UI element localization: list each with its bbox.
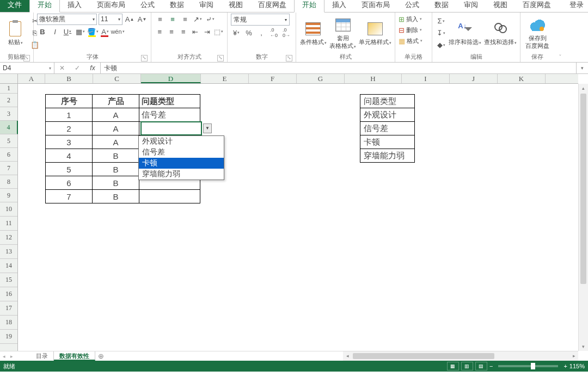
font-color-button[interactable]: A [100, 26, 111, 37]
sort-filter-button[interactable]: 排序和筛选 [449, 19, 482, 47]
fill-button[interactable]: ↧ [436, 28, 446, 39]
clear-button[interactable]: ◆ [436, 40, 446, 51]
tab-7[interactable]: 百度网盘 [515, 0, 559, 12]
indent-inc-icon[interactable]: ⇥ [202, 26, 212, 37]
align-top-icon[interactable]: ≡ [155, 14, 166, 24]
data-validation-dropdown-button[interactable]: ▼ [203, 123, 212, 133]
bold-button[interactable]: B [37, 26, 48, 37]
table-cell[interactable]: 5 [46, 163, 93, 176]
tab-3[interactable]: 公式 [397, 0, 427, 12]
tab-视图[interactable]: 视图 [221, 0, 250, 12]
align-center-icon[interactable]: ≡ [167, 26, 177, 37]
table-cell[interactable]: 1 [46, 108, 93, 122]
fill-color-button[interactable]: 🪣 [87, 26, 98, 37]
col-header-B[interactable]: B [45, 74, 93, 83]
col-header-E[interactable]: E [201, 74, 249, 83]
tab-审阅[interactable]: 审阅 [192, 0, 221, 12]
sheet-tab-1[interactable]: 数据有效性 [54, 351, 95, 361]
col-header-I[interactable]: I [402, 74, 450, 83]
formula-expand-icon[interactable]: ▾ [576, 63, 588, 73]
orientation-icon[interactable]: ↗ [192, 14, 203, 24]
dialog-launcher[interactable]: ⤡ [217, 55, 224, 61]
col-header-H[interactable]: H [345, 74, 402, 83]
paste-button[interactable]: 粘贴 [3, 19, 27, 47]
table-cell[interactable] [139, 190, 200, 203]
ref-cell[interactable]: 问题类型 [360, 95, 415, 108]
row-header-19[interactable]: 19 [0, 330, 17, 344]
horizontal-scrollbar[interactable]: ◂▸ [343, 351, 578, 361]
dropdown-option[interactable]: 信号差 [139, 147, 224, 158]
row-header-12[interactable]: 12 [0, 231, 17, 245]
table-cell[interactable]: A [93, 135, 139, 149]
tab-插入[interactable]: 插入 [60, 0, 89, 12]
align-left-icon[interactable]: ≡ [155, 26, 165, 37]
tab-file[interactable]: 文件 [0, 0, 29, 12]
row-headers[interactable]: 12345678910111213141516171819 [0, 84, 18, 351]
row-header-4[interactable]: 4 [0, 121, 18, 134]
view-pagebreak-button[interactable]: ▤ [475, 362, 487, 370]
tab-2[interactable]: 页面布局 [354, 0, 397, 12]
row-header-7[interactable]: 7 [0, 162, 17, 175]
ref-cell[interactable]: 外观设计 [360, 108, 415, 122]
row-header-14[interactable]: 14 [0, 259, 17, 273]
table-cell[interactable]: 信号差 [139, 108, 200, 122]
increase-decimal-button[interactable]: .0←0 [268, 27, 279, 38]
row-header-13[interactable]: 13 [0, 245, 17, 259]
ref-cell[interactable]: 穿墙能力弱 [360, 149, 415, 163]
col-header-D[interactable]: D [141, 74, 201, 83]
tab-页面布局[interactable]: 页面布局 [89, 0, 133, 12]
grow-font-icon[interactable]: A▲ [124, 14, 135, 24]
ribbon-collapse-icon[interactable]: ˇ [554, 13, 566, 62]
sheet-tab-0[interactable]: 目录 [30, 351, 54, 361]
format-cells-button[interactable]: ▦格式▾ [399, 35, 428, 46]
dropdown-option[interactable]: 外观设计 [139, 136, 224, 147]
comma-button[interactable]: , [256, 27, 267, 38]
active-cell[interactable] [140, 121, 202, 135]
cell-style-button[interactable]: 单元格样式 [359, 19, 391, 47]
row-header-18[interactable]: 18 [0, 316, 17, 330]
zoom-in-button[interactable]: + [564, 363, 567, 369]
shrink-font-icon[interactable]: A▼ [137, 14, 148, 24]
table-cell[interactable]: B [93, 163, 139, 176]
dropdown-option[interactable]: 卡顿 [139, 158, 224, 169]
indent-dec-icon[interactable]: ⇤ [190, 26, 200, 37]
col-header-K[interactable]: K [498, 74, 546, 83]
align-middle-icon[interactable]: ≡ [167, 14, 178, 24]
spreadsheet-grid[interactable]: ABCDEFGHIJK 1234567891011121314151617181… [0, 74, 588, 361]
col-header-C[interactable]: C [93, 74, 141, 83]
italic-button[interactable]: I [50, 26, 60, 37]
table-cell[interactable]: 2 [46, 122, 93, 135]
table-cell[interactable]: 6 [46, 176, 93, 190]
col-header-F[interactable]: F [249, 74, 297, 83]
row-header-5[interactable]: 5 [0, 134, 17, 148]
row-header-17[interactable]: 17 [0, 301, 17, 316]
select-all-corner[interactable] [0, 74, 18, 84]
table-cell[interactable]: B [93, 190, 139, 203]
row-header-1[interactable]: 1 [0, 84, 17, 94]
view-normal-button[interactable]: ▦ [447, 362, 459, 370]
zoom-slider[interactable] [498, 365, 558, 367]
tab-0[interactable]: 开始 [294, 0, 324, 13]
insert-cells-button[interactable]: ⊞插入▾ [399, 14, 428, 24]
wrap-text-button[interactable]: ⤶ [205, 14, 216, 24]
zoom-level[interactable]: 115% [569, 363, 585, 369]
add-sheet-button[interactable]: ⊕ [95, 352, 106, 360]
tab-1[interactable]: 插入 [324, 0, 354, 12]
borders-button[interactable]: ▦ [75, 26, 85, 37]
table-cell[interactable]: A [93, 108, 139, 122]
row-header-3[interactable]: 3 [0, 107, 17, 121]
font-size-select[interactable]: 11▾ [99, 14, 122, 25]
row-header-10[interactable]: 10 [0, 202, 17, 217]
decrease-decimal-button[interactable]: .00→ [281, 27, 292, 38]
ref-cell[interactable]: 卡顿 [360, 135, 415, 149]
tab-开始[interactable]: 开始 [29, 0, 60, 13]
tab-百度网盘[interactable]: 百度网盘 [250, 0, 294, 12]
align-right-icon[interactable]: ≡ [178, 26, 188, 37]
row-header-15[interactable]: 15 [0, 273, 17, 287]
dialog-launcher[interactable]: ⤡ [286, 55, 292, 61]
zoom-out-button[interactable]: − [489, 363, 493, 369]
font-name-select[interactable]: 微软雅黑▾ [37, 14, 97, 25]
ref-cell[interactable]: 信号差 [360, 122, 415, 135]
table-cell[interactable]: 7 [46, 190, 93, 203]
tab-4[interactable]: 数据 [427, 0, 456, 12]
